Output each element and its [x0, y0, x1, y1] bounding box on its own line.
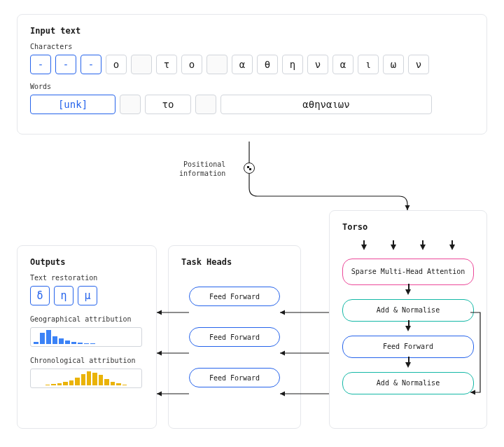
head-feed-forward-2: Feed Forward [189, 327, 280, 347]
char-cell [131, 55, 152, 74]
restoration-char: μ [78, 286, 97, 305]
chrono-label: Chronological attribution [30, 357, 144, 364]
char-cell: - [30, 55, 51, 74]
char-cell: θ [257, 55, 278, 74]
word-gap [120, 95, 141, 114]
char-cell: α [332, 55, 354, 74]
char-cell [206, 55, 227, 74]
head-feed-forward-1: Feed Forward [189, 287, 280, 306]
task-heads-panel: Task Heads Feed Forward Feed Forward Fee… [168, 245, 301, 429]
bottom-row: Outputs Text restoration δημ Geographica… [17, 245, 487, 429]
word-gap [195, 95, 216, 114]
word-unk: [unk] [30, 95, 115, 114]
restoration-row: δημ [30, 286, 144, 305]
char-cell: ω [383, 55, 404, 74]
char-cell: ι [358, 55, 379, 74]
outputs-panel: Outputs Text restoration δημ Geographica… [17, 245, 157, 429]
char-cell: ο [181, 55, 202, 74]
restoration-char: η [54, 286, 74, 305]
words-row: [unk] το αθηναιων [30, 95, 474, 114]
word-to: το [145, 95, 191, 114]
characters-label: Characters [30, 43, 474, 50]
input-title: Input text [30, 26, 474, 36]
task-heads-title: Task Heads [181, 257, 288, 267]
char-cell: α [232, 55, 253, 74]
positional-node-icon [244, 163, 255, 174]
restoration-label: Text restoration [30, 274, 144, 282]
word-athenaion: αθηναιων [220, 95, 432, 114]
torso-title: Torso [342, 222, 474, 232]
positional-label: Positionalinformation [179, 160, 225, 178]
char-cell: ν [307, 55, 328, 74]
char-cell: η [282, 55, 303, 74]
geo-label: Geographical attribution [30, 315, 144, 323]
head-feed-forward-3: Feed Forward [189, 368, 280, 387]
chrono-chart [30, 369, 142, 388]
words-label: Words [30, 83, 474, 90]
geo-chart [30, 327, 142, 347]
char-cell: ν [408, 55, 429, 74]
char-cell: τ [156, 55, 177, 74]
restoration-char: δ [30, 286, 50, 305]
outputs-title: Outputs [30, 257, 144, 267]
char-cell: - [55, 55, 76, 74]
input-panel: Input text Characters ---οτοαθηναιων Wor… [17, 14, 487, 135]
char-cell: - [80, 55, 102, 74]
char-cell: ο [106, 55, 127, 74]
characters-row: ---οτοαθηναιων [30, 55, 474, 74]
